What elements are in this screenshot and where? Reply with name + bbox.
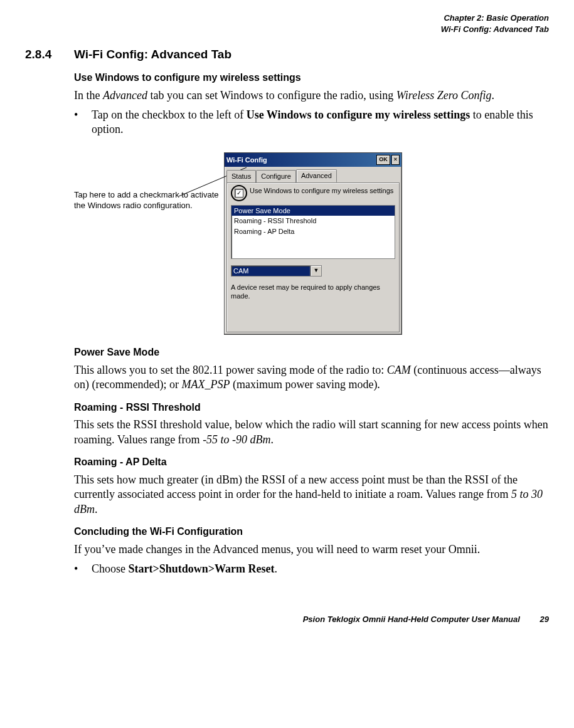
list-item[interactable]: Power Save Mode [231,206,395,216]
use-windows-checkbox[interactable]: ✓ [235,189,243,198]
section-title: Wi-Fi Config: Advanced Tab [74,47,231,63]
list-item[interactable]: Roaming - RSSI Threshold [231,216,395,226]
tab-configure[interactable]: Configure [256,170,296,183]
tab-panel: ✓ Use Windows to configure my wireless s… [226,182,400,332]
bullet-item: • Choose Start>Shutdown>Warm Reset. [74,562,549,576]
chevron-down-icon[interactable]: ▼ [311,265,322,277]
window-title: Wi-Fi Config [226,156,267,164]
header-topic: Wi-Fi Config: Advanced Tab [25,24,549,35]
callout-circle-icon: ✓ [231,185,247,201]
header-chapter: Chapter 2: Basic Operation [25,13,549,24]
paragraph: If you’ve made changes in the Advanced m… [74,542,549,557]
tab-status[interactable]: Status [226,170,256,183]
paragraph: This allows you to set the 802.11 power … [74,363,549,393]
combobox-value: CAM [231,265,311,277]
paragraph: This sets the RSSI threshold value, belo… [74,418,549,447]
manual-title: Psion Teklogix Omnii Hand-Held Computer … [303,615,520,624]
subheading-ap-delta: Roaming - AP Delta [74,456,549,469]
ok-button[interactable]: OK [376,155,390,165]
figure: Tap here to add a checkmark to activate … [74,152,549,335]
subheading-power-save: Power Save Mode [74,346,549,359]
value-combobox[interactable]: CAM ▼ [231,265,322,277]
reset-note: A device reset may be required to apply … [231,283,395,301]
paragraph: This sets how much greater (in dBm) the … [74,473,549,517]
subheading-rssi: Roaming - RSSI Threshold [74,401,549,414]
list-item[interactable]: Roaming - AP Delta [231,226,395,236]
section-heading: 2.8.4 Wi-Fi Config: Advanced Tab [25,47,549,63]
subheading-use-windows: Use Windows to configure my wireless set… [74,71,549,85]
paragraph: In the Advanced tab you can set Windows … [74,88,549,103]
figure-callout: Tap here to add a checkmark to activate … [74,152,221,211]
window-titlebar: Wi-Fi Config OK × [225,153,401,167]
device-screenshot: Wi-Fi Config OK × Status Configure Advan… [224,152,402,335]
section-number: 2.8.4 [25,47,74,63]
checkbox-label: Use Windows to configure my wireless set… [250,187,393,195]
close-button[interactable]: × [391,155,400,165]
subheading-concluding: Concluding the Wi-Fi Configuration [74,525,549,539]
tab-advanced[interactable]: Advanced [296,169,337,182]
bullet-marker: • [74,108,92,137]
page-number: 29 [540,615,549,624]
bullet-item: • Tap on the checkbox to the left of Use… [74,108,549,137]
bullet-marker: • [74,562,92,576]
running-header: Chapter 2: Basic Operation Wi-Fi Config:… [25,13,549,34]
page-footer: Psion Teklogix Omnii Hand-Held Computer … [25,615,549,625]
settings-listbox[interactable]: Power Save Mode Roaming - RSSI Threshold… [231,205,395,259]
